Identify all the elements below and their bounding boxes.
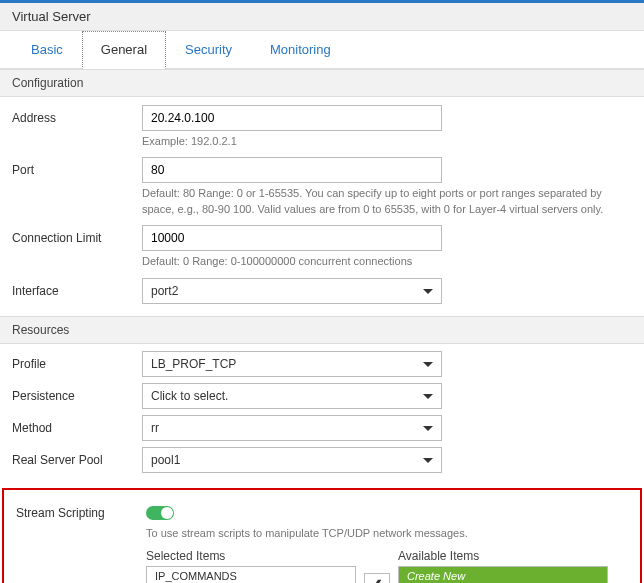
resources-form: Profile LB_PROF_TCP Persistence Click to… bbox=[0, 344, 644, 484]
address-label: Address bbox=[12, 105, 142, 125]
configuration-form: Address Example: 192.0.2.1 Port Default:… bbox=[0, 97, 644, 316]
move-left-button[interactable]: ❮ bbox=[364, 573, 390, 583]
section-configuration: Configuration bbox=[0, 69, 644, 97]
top-bar: Virtual Server bbox=[0, 0, 644, 31]
dual-list: Selected Items IP_COMMANDS ❮ ❯ Available… bbox=[146, 549, 628, 583]
connection-limit-input[interactable] bbox=[142, 225, 442, 251]
pool-value: pool1 bbox=[151, 453, 180, 467]
method-value: rr bbox=[151, 421, 159, 435]
list-item[interactable]: IP_COMMANDS bbox=[147, 567, 355, 583]
interface-label: Interface bbox=[12, 278, 142, 298]
port-help: Default: 80 Range: 0 or 1-65535. You can… bbox=[142, 186, 622, 217]
address-help: Example: 192.0.2.1 bbox=[142, 134, 622, 149]
stream-scripting-highlight: Stream Scripting To use stream scripts t… bbox=[2, 488, 642, 583]
section-resources: Resources bbox=[0, 316, 644, 344]
stream-scripting-list-label: Stream Scripting List bbox=[16, 549, 146, 583]
tab-basic[interactable]: Basic bbox=[12, 31, 82, 68]
profile-value: LB_PROF_TCP bbox=[151, 357, 236, 371]
stream-scripting-label: Stream Scripting bbox=[16, 500, 146, 520]
page-title: Virtual Server bbox=[0, 3, 644, 30]
profile-select[interactable]: LB_PROF_TCP bbox=[142, 351, 442, 377]
tab-bar: Basic General Security Monitoring bbox=[0, 31, 644, 69]
connection-limit-label: Connection Limit bbox=[12, 225, 142, 245]
available-column: Available Items Create New SNAT_COMMANDS… bbox=[398, 549, 608, 583]
selected-column: Selected Items IP_COMMANDS bbox=[146, 549, 356, 583]
port-input[interactable] bbox=[142, 157, 442, 183]
pool-label: Real Server Pool bbox=[12, 447, 142, 467]
stream-scripting-help: To use stream scripts to manipulate TCP/… bbox=[146, 526, 626, 541]
stream-scripting-toggle[interactable] bbox=[146, 506, 174, 520]
create-new-item[interactable]: Create New bbox=[399, 567, 607, 583]
tab-security[interactable]: Security bbox=[166, 31, 251, 68]
persistence-select[interactable]: Click to select. bbox=[142, 383, 442, 409]
address-input[interactable] bbox=[142, 105, 442, 131]
selected-listbox[interactable]: IP_COMMANDS bbox=[146, 566, 356, 583]
available-header: Available Items bbox=[398, 549, 608, 563]
method-label: Method bbox=[12, 415, 142, 435]
selected-header: Selected Items bbox=[146, 549, 356, 563]
tab-monitoring[interactable]: Monitoring bbox=[251, 31, 350, 68]
persistence-value: Click to select. bbox=[151, 389, 228, 403]
interface-value: port2 bbox=[151, 284, 178, 298]
pool-select[interactable]: pool1 bbox=[142, 447, 442, 473]
tab-general[interactable]: General bbox=[82, 31, 166, 69]
profile-label: Profile bbox=[12, 351, 142, 371]
connection-limit-help: Default: 0 Range: 0-100000000 concurrent… bbox=[142, 254, 622, 269]
interface-select[interactable]: port2 bbox=[142, 278, 442, 304]
persistence-label: Persistence bbox=[12, 383, 142, 403]
chevron-left-icon: ❮ bbox=[372, 578, 383, 583]
method-select[interactable]: rr bbox=[142, 415, 442, 441]
port-label: Port bbox=[12, 157, 142, 177]
available-listbox[interactable]: Create New SNAT_COMMANDS RADIUS ISO8583 bbox=[398, 566, 608, 583]
transfer-buttons: ❮ ❯ bbox=[364, 549, 390, 583]
